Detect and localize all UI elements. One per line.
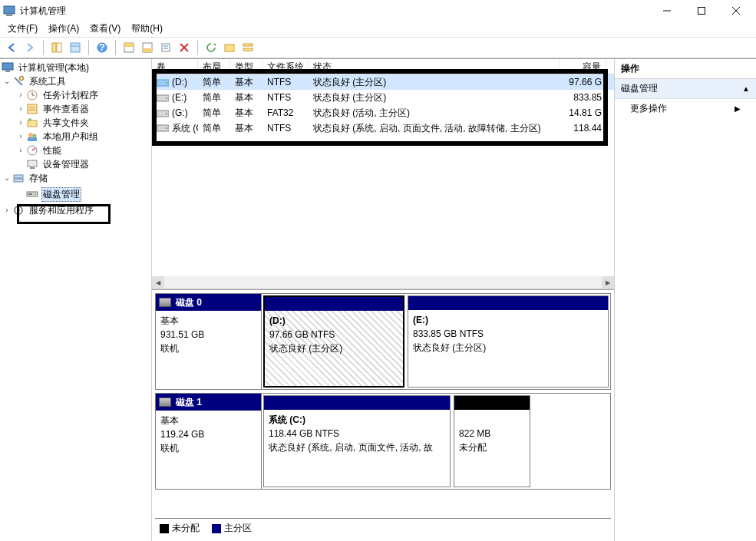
volume-row[interactable]: 系统 (C:)简单基本NTFS状态良好 (系统, 启动, 页面文件, 活动, 故…	[152, 120, 614, 136]
collapse-icon[interactable]: ⌄	[3, 78, 11, 85]
tree-perf[interactable]: › 性能	[2, 143, 151, 157]
refresh-button[interactable]	[203, 39, 220, 56]
titlebar: 计算机管理	[0, 0, 756, 21]
tree-diskmgmt-label: 磁盘管理	[41, 187, 81, 202]
actions-header: 操作	[615, 59, 756, 79]
svg-rect-3	[698, 8, 705, 15]
menu-action[interactable]: 操作(A)	[44, 21, 84, 36]
partition-c[interactable]: 系统 (C:) 118.44 GB NTFS 状态良好 (系统, 启动, 页面文…	[263, 395, 451, 487]
vol-status-cell: 状态良好 (系统, 启动, 页面文件, 活动, 故障转储, 主分区)	[309, 122, 560, 135]
forward-button[interactable]	[21, 39, 38, 56]
vol-layout-cell: 简单	[198, 122, 230, 135]
disk0-info[interactable]: 磁盘 0 基本 931.51 GB 联机	[156, 294, 262, 389]
volume-row[interactable]: (G:)简单基本FAT32状态良好 (活动, 主分区)14.81 G	[152, 105, 614, 120]
expand-icon[interactable]: ›	[17, 105, 25, 113]
expand-icon[interactable]: ›	[17, 119, 25, 127]
tree-users[interactable]: › 本地用户和组	[2, 130, 151, 143]
part-d-detail: 97.66 GB NTFS	[269, 329, 335, 340]
col-capacity[interactable]: 容量	[560, 59, 606, 74]
scroll-left-icon[interactable]: ◀	[152, 276, 164, 289]
volume-row[interactable]: (D:)简单基本NTFS状态良好 (主分区)97.66 G	[152, 74, 614, 90]
volume-row[interactable]: (E:)简单基本NTFS状态良好 (主分区)833.85	[152, 90, 614, 105]
partition-e[interactable]: (E:) 833.85 GB NTFS 状态良好 (主分区)	[408, 295, 609, 388]
tree-root-label: 计算机管理(本地)	[17, 61, 91, 74]
collapse-icon[interactable]: ▲	[742, 84, 750, 93]
scroll-right-icon[interactable]: ▶	[602, 276, 614, 289]
tree-tasks[interactable]: › 任务计划程序	[2, 88, 151, 102]
vol-cap-cell: 833.85	[560, 92, 606, 103]
back-button[interactable]	[3, 39, 20, 56]
col-layout[interactable]: 布局	[198, 59, 230, 74]
disk-row-1[interactable]: 磁盘 1 基本 119.24 GB 联机 系统 (C:) 118.44 GB N…	[155, 393, 611, 490]
main-split: 计算机管理(本地) ⌄ 系统工具 › 任务计划程序 › 事件查看器 › 共享文件…	[0, 58, 756, 541]
tools-icon	[12, 75, 25, 87]
tree-storage[interactable]: ⌄ 存储	[2, 171, 151, 185]
tree-systools[interactable]: ⌄ 系统工具	[2, 74, 151, 88]
col-fs[interactable]: 文件系统	[262, 59, 309, 74]
tree-root[interactable]: 计算机管理(本地)	[2, 61, 151, 74]
maximize-button[interactable]	[684, 0, 718, 21]
expand-icon[interactable]: ›	[3, 206, 11, 214]
partition-unalloc[interactable]: 822 MB 未分配	[454, 395, 530, 487]
vol-status-cell: 状态良好 (主分区)	[309, 76, 560, 89]
properties-button[interactable]	[67, 39, 84, 56]
menu-file[interactable]: 文件(F)	[3, 21, 42, 36]
expand-icon[interactable]: ›	[17, 133, 25, 140]
svg-rect-30	[28, 104, 37, 114]
svg-rect-7	[57, 43, 61, 52]
rescan-button[interactable]	[221, 39, 238, 56]
tree-shared[interactable]: › 共享文件夹	[2, 116, 151, 130]
disk-list-button[interactable]	[239, 39, 256, 56]
navigation-tree[interactable]: 计算机管理(本地) ⌄ 系统工具 › 任务计划程序 › 事件查看器 › 共享文件…	[0, 59, 152, 541]
col-volume[interactable]: 卷	[152, 59, 198, 74]
help-button[interactable]: ?	[94, 39, 111, 56]
vol-type-cell: 基本	[230, 107, 262, 120]
drive-icon	[157, 94, 169, 103]
toolbar: ?	[0, 37, 756, 58]
tree-diskmgmt[interactable]: 磁盘管理	[2, 187, 151, 201]
menu-help[interactable]: 帮助(H)	[127, 21, 167, 36]
tree-devmgr[interactable]: 设备管理器	[2, 157, 151, 171]
toolbar-separator	[88, 40, 89, 55]
menu-view[interactable]: 查看(V)	[85, 21, 125, 36]
partition-header	[264, 396, 450, 410]
disk-icon	[26, 188, 38, 200]
delete-button[interactable]	[176, 39, 193, 56]
actions-section-diskmgmt[interactable]: 磁盘管理 ▲	[615, 79, 756, 99]
part-e-detail: 833.85 GB NTFS	[413, 328, 484, 339]
drive-icon	[157, 124, 169, 133]
svg-point-35	[28, 133, 33, 137]
minimize-button[interactable]	[649, 0, 684, 21]
expand-icon[interactable]: ›	[17, 147, 25, 154]
view-bottom-button[interactable]	[139, 39, 156, 56]
disk-row-0[interactable]: 磁盘 0 基本 931.51 GB 联机 (D:) 97.66 GB NTFS …	[155, 293, 611, 390]
volume-list[interactable]: 卷 布局 类型 文件系统 状态 容量 (D:)简单基本NTFS状态良好 (主分区…	[152, 59, 614, 289]
tree-events[interactable]: › 事件查看器	[2, 102, 151, 116]
show-hide-tree-button[interactable]	[48, 39, 65, 56]
disk1-name: 磁盘 1	[176, 396, 202, 409]
svg-rect-0	[4, 6, 15, 14]
svg-rect-15	[143, 48, 152, 52]
volume-scrollbar[interactable]: ◀ ▶	[152, 276, 614, 289]
partition-header	[454, 396, 530, 410]
tree-perf-label: 性能	[41, 144, 63, 157]
tree-storage-label: 存储	[28, 172, 49, 185]
col-type[interactable]: 类型	[230, 59, 262, 74]
blank	[17, 190, 25, 198]
partition-d[interactable]: (D:) 97.66 GB NTFS 状态良好 (主分区)	[263, 295, 404, 388]
part-unalloc-detail: 822 MB	[459, 428, 490, 439]
volume-list-header[interactable]: 卷 布局 类型 文件系统 状态 容量	[152, 59, 614, 74]
expand-icon[interactable]: ›	[17, 91, 25, 99]
col-status[interactable]: 状态	[309, 59, 560, 74]
legend-primary-label: 主分区	[224, 523, 252, 533]
disk1-info[interactable]: 磁盘 1 基本 119.24 GB 联机	[156, 394, 262, 489]
legend-swatch-primary	[212, 524, 221, 533]
view-top-button[interactable]	[120, 39, 137, 56]
scroll-track[interactable]	[164, 276, 602, 289]
close-button[interactable]	[718, 0, 753, 21]
more-actions-item[interactable]: 更多操作 ▶	[615, 99, 756, 118]
tree-services[interactable]: › 服务和应用程序	[2, 203, 151, 217]
settings-button[interactable]	[157, 39, 174, 56]
collapse-icon[interactable]: ⌄	[3, 174, 11, 182]
drive-icon	[157, 78, 169, 87]
